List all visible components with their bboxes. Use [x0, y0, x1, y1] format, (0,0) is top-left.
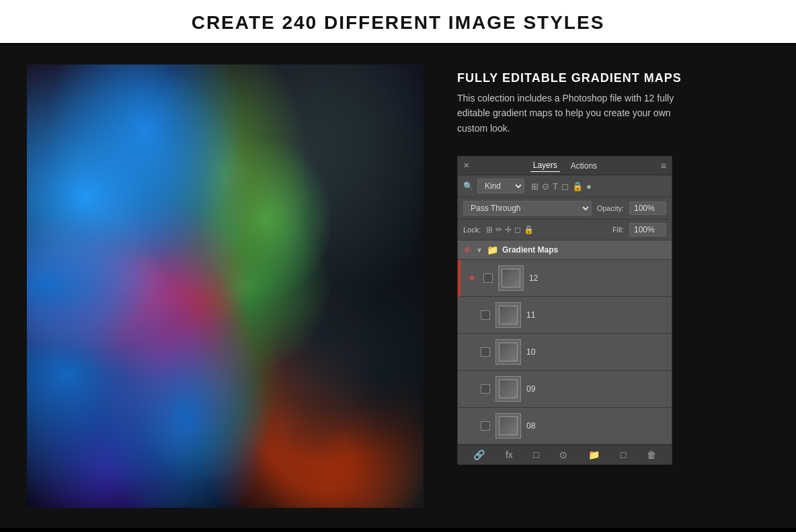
text-section: FULLY EDITABLE GRADIENT MAPS This colect… [457, 71, 769, 136]
fill-label: Fill: [612, 226, 624, 234]
ps-bottom-toolbar: 🔗 fx □ ⊙ 📁 □ 🗑 [458, 445, 672, 464]
delete-icon[interactable]: 🗑 [647, 449, 656, 460]
eye-col: 👁 [463, 421, 475, 431]
table-row[interactable]: 👁 11 [458, 297, 672, 334]
lock-label: Lock: [463, 226, 481, 234]
visibility-eye-icon[interactable]: 👁 [465, 421, 474, 431]
lock-all-icon[interactable]: 🔒 [524, 225, 534, 234]
layer-thumbnail [495, 376, 521, 402]
section-title: FULLY EDITABLE GRADIENT MAPS [457, 71, 769, 85]
layers-list: 👁 12 👁 11 [458, 260, 672, 445]
layer-name: 09 [526, 384, 666, 394]
filter-dropdown[interactable]: Kind Name Effect [477, 179, 524, 193]
folder-icon: 📁 [487, 245, 498, 255]
lock-move-icon[interactable]: ✛ [505, 225, 512, 234]
search-icon: 🔍 [463, 181, 473, 191]
link-icon[interactable]: 🔗 [473, 449, 485, 460]
photoshop-panel: ✕ Layers Actions ≡ 🔍 Kind Name Effect ⊞ … [457, 156, 672, 465]
fx-icon[interactable]: fx [506, 449, 513, 460]
lock-paint-icon[interactable]: ✏ [495, 225, 502, 234]
layer-checkbox[interactable] [481, 384, 490, 394]
tab-layers[interactable]: Layers [530, 159, 560, 172]
layer-checkbox[interactable] [481, 421, 490, 431]
table-row[interactable]: 👁 10 [458, 334, 672, 371]
layer-checkbox[interactable] [481, 347, 490, 357]
layer-checkbox[interactable] [481, 310, 490, 320]
group-arrow-icon[interactable]: ▼ [476, 247, 483, 254]
layer-thumbnail [495, 339, 521, 365]
eye-col: 👁 [463, 310, 475, 320]
ps-lock-row: Lock: ⊞ ✏ ✛ ◻ 🔒 Fill: [458, 220, 672, 240]
page-title: CREATE 240 DIFFERENT IMAGE STYLES [0, 12, 796, 34]
filter-smart-icon[interactable]: 🔒 [572, 181, 583, 191]
layer-name: 08 [526, 421, 666, 431]
opacity-input[interactable] [629, 202, 666, 215]
abstract-art [27, 64, 424, 508]
main-image [27, 64, 424, 508]
main-content: FULLY EDITABLE GRADIENT MAPS This colect… [0, 44, 796, 528]
visibility-eye-icon[interactable]: 👁 [465, 347, 474, 357]
fill-input[interactable] [629, 223, 666, 236]
group-name: Gradient Maps [502, 245, 558, 255]
ps-tabs: Layers Actions [530, 159, 600, 172]
filter-dot-icon[interactable]: ● [586, 181, 592, 191]
layer-thumbnail [495, 413, 521, 439]
layer-thumbnail [495, 302, 521, 328]
new-fill-icon[interactable]: □ [533, 449, 539, 460]
layer-name: 11 [526, 310, 666, 320]
filter-icons-group: ⊞ ⊙ T ◻ 🔒 ● [531, 181, 592, 191]
eye-col: 👁 [463, 347, 475, 357]
blend-mode-dropdown[interactable]: Pass Through Normal Multiply Screen Over… [463, 201, 592, 216]
header: CREATE 240 DIFFERENT IMAGE STYLES [0, 0, 796, 44]
tab-actions[interactable]: Actions [568, 160, 600, 172]
new-layer-icon[interactable]: □ [621, 449, 626, 460]
right-panel: FULLY EDITABLE GRADIENT MAPS This colect… [457, 64, 769, 465]
lock-artboard-icon[interactable]: ◻ [514, 225, 521, 234]
panel-menu-icon[interactable]: ≡ [661, 161, 666, 171]
layer-name: 10 [526, 347, 666, 357]
section-desc: This colection includes a Photoshop file… [457, 91, 686, 136]
table-row[interactable]: 👁 12 [458, 260, 672, 297]
new-group-icon[interactable]: 📁 [588, 449, 600, 460]
lock-transparency-icon[interactable]: ⊞ [486, 225, 493, 234]
filter-shape-icon[interactable]: ◻ [561, 181, 569, 191]
ps-blend-row: Pass Through Normal Multiply Screen Over… [458, 197, 672, 220]
visibility-eye-icon[interactable]: 👁 [468, 273, 477, 283]
filter-type-icon[interactable]: T [553, 181, 558, 191]
opacity-label: Opacity: [597, 204, 624, 212]
filter-pixel-icon[interactable]: ⊞ [531, 181, 539, 191]
ps-filter-row: 🔍 Kind Name Effect ⊞ ⊙ T ◻ 🔒 ● [458, 175, 672, 197]
eye-col: 👁 [466, 273, 478, 283]
eye-col: 👁 [463, 384, 475, 394]
ps-top-bar: ✕ Layers Actions ≡ [458, 157, 672, 175]
layer-name: 12 [529, 273, 666, 283]
adjustment-icon[interactable]: ⊙ [559, 449, 567, 460]
close-icon[interactable]: ✕ [463, 161, 469, 170]
table-row[interactable]: 👁 09 [458, 371, 672, 408]
visibility-eye-icon[interactable]: 👁 [465, 384, 474, 394]
lock-icons-group: ⊞ ✏ ✛ ◻ 🔒 [486, 225, 534, 234]
layer-thumbnail [498, 265, 524, 291]
table-row[interactable]: 👁 08 [458, 408, 672, 445]
layer-checkbox[interactable] [483, 273, 493, 283]
group-eye-icon[interactable]: 👁 [463, 245, 472, 255]
filter-adj-icon[interactable]: ⊙ [542, 181, 549, 191]
visibility-eye-icon[interactable]: 👁 [465, 310, 474, 320]
layer-group-header[interactable]: 👁 ▼ 📁 Gradient Maps [458, 240, 672, 260]
